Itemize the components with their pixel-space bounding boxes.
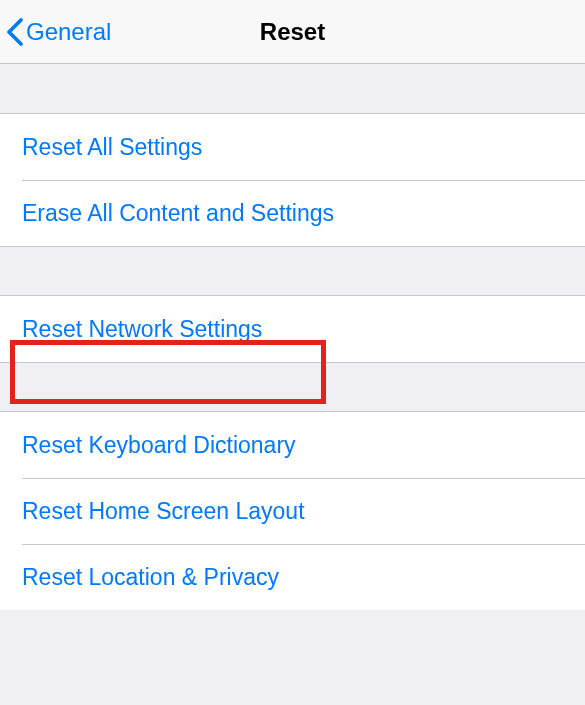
cell-label: Reset All Settings — [22, 134, 202, 161]
group-separator — [0, 246, 585, 296]
settings-group-1: Reset All Settings Erase All Content and… — [0, 114, 585, 246]
cell-label: Reset Home Screen Layout — [22, 498, 305, 525]
cell-label: Reset Location & Privacy — [22, 564, 279, 591]
back-button[interactable]: General — [0, 17, 111, 47]
reset-keyboard-dictionary[interactable]: Reset Keyboard Dictionary — [0, 412, 585, 478]
group-separator — [0, 64, 585, 114]
back-label: General — [26, 18, 111, 46]
chevron-left-icon — [6, 17, 24, 47]
reset-home-screen-layout[interactable]: Reset Home Screen Layout — [0, 478, 585, 544]
settings-group-2: Reset Network Settings — [0, 296, 585, 362]
group-separator — [0, 362, 585, 412]
cell-label: Reset Network Settings — [22, 316, 262, 343]
navbar: General Reset — [0, 0, 585, 64]
cell-label: Reset Keyboard Dictionary — [22, 432, 296, 459]
reset-location-and-privacy[interactable]: Reset Location & Privacy — [0, 544, 585, 610]
settings-group-3: Reset Keyboard Dictionary Reset Home Scr… — [0, 412, 585, 610]
erase-all-content-and-settings[interactable]: Erase All Content and Settings — [0, 180, 585, 246]
cell-label: Erase All Content and Settings — [22, 200, 334, 227]
reset-all-settings[interactable]: Reset All Settings — [0, 114, 585, 180]
reset-network-settings[interactable]: Reset Network Settings — [0, 296, 585, 362]
